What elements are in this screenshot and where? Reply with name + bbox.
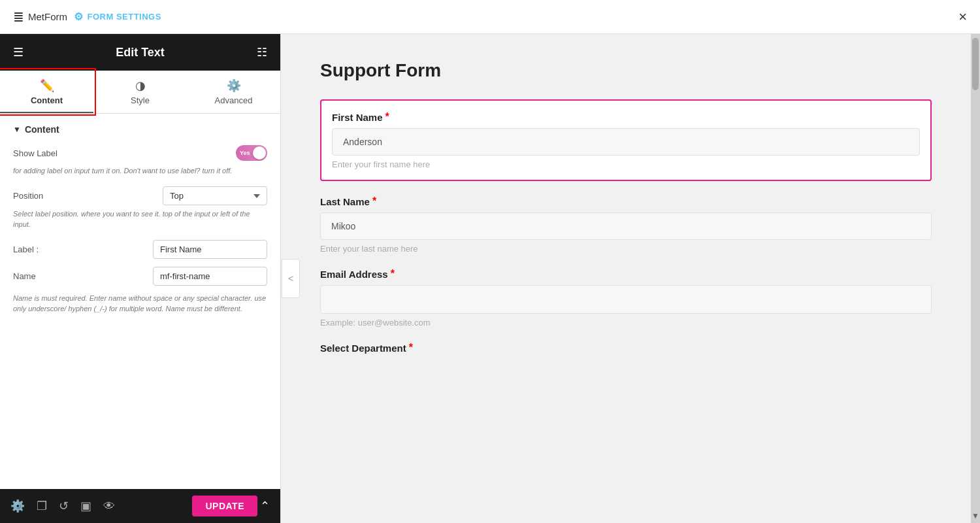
email-input[interactable]	[320, 285, 932, 314]
department-label: Select Department *	[320, 342, 932, 354]
department-field-block[interactable]: Select Department *	[320, 342, 932, 354]
toggle-thumb	[253, 146, 266, 160]
scrollbar-thumb[interactable]	[972, 38, 979, 90]
position-select[interactable]: Top Left	[163, 186, 267, 205]
name-field-input[interactable]	[153, 267, 267, 286]
show-label-text: Show Label	[13, 148, 57, 158]
close-button[interactable]: ×	[958, 10, 967, 24]
right-panel-wrapper: < Support Form First Name * Anderson Ent…	[281, 34, 980, 523]
content-section-header: ▼ Content	[13, 124, 267, 135]
advanced-icon: ⚙️	[227, 78, 241, 93]
email-label-text: Email Address	[320, 269, 388, 280]
first-name-input[interactable]: Anderson	[332, 128, 920, 156]
last-name-input[interactable]: Mikoo	[320, 212, 932, 240]
first-name-placeholder: Enter your first name here	[332, 160, 920, 169]
scroll-down-arrow[interactable]: ▼	[972, 511, 979, 520]
position-label: Position	[13, 191, 43, 201]
email-required-star: *	[391, 268, 395, 280]
top-bar-left: ≣ MetForm ⚙ FORM SETTINGS	[13, 9, 161, 25]
tab-style[interactable]: ◑ Style	[93, 71, 187, 113]
first-name-required-star: *	[385, 111, 389, 123]
last-name-required-star: *	[372, 195, 376, 207]
section-arrow: ▼	[13, 125, 21, 134]
grid-icon[interactable]: ☷	[257, 45, 267, 59]
panel-body: ▼ Content Show Label Yes for adding labe…	[0, 114, 280, 489]
email-label: Email Address *	[320, 268, 932, 280]
collapse-toggle[interactable]: <	[282, 259, 300, 298]
bottom-icons: ⚙️ ❐ ↺ ▣ 👁	[10, 499, 115, 513]
label-field-input[interactable]	[153, 240, 267, 259]
email-placeholder: Example: user@website.com	[320, 318, 932, 328]
panel-title: Edit Text	[116, 46, 165, 59]
gear-icon: ⚙	[74, 10, 84, 23]
chevron-up-button[interactable]: ⌃	[260, 499, 270, 513]
position-hint: Select label position. where you want to…	[13, 209, 267, 229]
first-name-label-text: First Name	[332, 112, 383, 123]
tab-content-label: Content	[31, 95, 63, 105]
style-icon: ◑	[135, 78, 146, 93]
logo-icon: ≣	[13, 9, 24, 25]
show-label-toggle[interactable]: Yes	[236, 145, 267, 161]
update-button[interactable]: UPDATE	[192, 496, 257, 516]
main-layout: ☰ Edit Text ☷ ✏️ Content ◑ Style ⚙️ Adva…	[0, 34, 980, 523]
position-row: Position Top Left	[13, 186, 267, 205]
layers-icon[interactable]: ❐	[37, 499, 47, 513]
department-label-text: Select Department	[320, 343, 406, 354]
toggle-wrap[interactable]: Yes	[236, 145, 267, 161]
last-name-placeholder: Enter your last name here	[320, 244, 932, 254]
form-settings-label: FORM SETTINGS	[88, 12, 161, 22]
scrollbar[interactable]: ▼	[971, 34, 980, 523]
name-row: Name	[13, 267, 267, 286]
email-field-block[interactable]: Email Address * Example: user@website.co…	[320, 268, 932, 328]
tab-content[interactable]: ✏️ Content	[0, 71, 93, 113]
app-logo: ≣ MetForm	[13, 9, 67, 25]
tabs-row: ✏️ Content ◑ Style ⚙️ Advanced	[0, 71, 280, 114]
hamburger-icon[interactable]: ☰	[13, 45, 24, 59]
top-bar: ≣ MetForm ⚙ FORM SETTINGS ×	[0, 0, 980, 34]
form-title: Support Form	[320, 60, 932, 81]
name-hint: Name is must required. Enter name withou…	[13, 294, 267, 314]
settings-icon[interactable]: ⚙️	[10, 499, 25, 513]
department-required-star: *	[409, 342, 413, 354]
tab-advanced-label: Advanced	[215, 95, 253, 105]
eye-icon[interactable]: 👁	[103, 499, 115, 513]
first-name-field-block[interactable]: First Name * Anderson Enter your first n…	[320, 99, 932, 181]
responsive-icon[interactable]: ▣	[80, 499, 91, 513]
last-name-label: Last Name *	[320, 195, 932, 207]
form-preview: Support Form First Name * Anderson Enter…	[281, 34, 971, 523]
section-title: Content	[25, 124, 59, 135]
show-label-row: Show Label Yes	[13, 145, 267, 161]
label-row: Label :	[13, 240, 267, 259]
form-settings-button[interactable]: ⚙ FORM SETTINGS	[74, 10, 161, 23]
last-name-field-block[interactable]: Last Name * Mikoo Enter your last name h…	[320, 195, 932, 254]
tab-advanced[interactable]: ⚙️ Advanced	[187, 71, 280, 113]
pencil-icon: ✏️	[40, 78, 54, 93]
panel-header: ☰ Edit Text ☷	[0, 34, 280, 71]
bottom-bar: ⚙️ ❐ ↺ ▣ 👁 UPDATE ⌃	[0, 489, 280, 523]
tab-style-label: Style	[131, 95, 150, 105]
left-panel: ☰ Edit Text ☷ ✏️ Content ◑ Style ⚙️ Adva…	[0, 34, 281, 523]
show-label-hint: for adding label on input turn it on. Do…	[13, 166, 267, 176]
history-icon[interactable]: ↺	[59, 499, 69, 513]
label-field-label: Label :	[13, 245, 39, 254]
last-name-label-text: Last Name	[320, 196, 370, 207]
app-name: MetForm	[28, 11, 67, 22]
toggle-yes-text: Yes	[240, 150, 250, 156]
name-field-label: Name	[13, 271, 36, 281]
first-name-label: First Name *	[332, 111, 920, 123]
